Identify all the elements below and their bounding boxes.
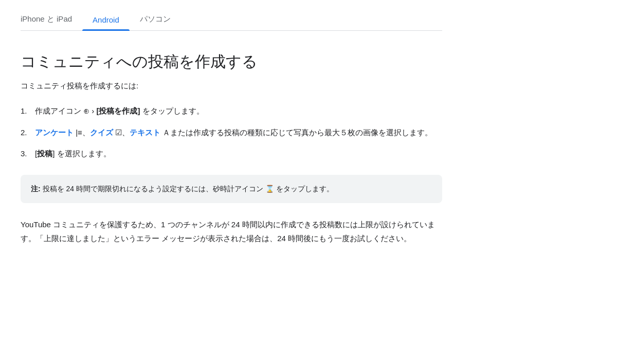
note-text: 投稿を 24 時間で期限切れになるよう設定するには、砂時計アイコン ⌛ をタップ…	[43, 185, 334, 193]
tab-bar: iPhone と iPad Android パソコン	[21, 0, 442, 31]
step-3: 3. [投稿] を選択します。	[21, 147, 442, 160]
step-3-bold: 投稿	[37, 149, 52, 158]
note-label: 注:	[31, 185, 41, 193]
step-3-text: [投稿] を選択します。	[35, 147, 442, 160]
page-container: iPhone と iPad Android パソコン コミュニティへの投稿を作成…	[0, 0, 463, 245]
step-2-text: アンケート |≡、クイズ ☑、テキスト Ａまたは作成する投稿の種類に応じて写真か…	[35, 126, 442, 139]
step-1-text: 作成アイコン ⊕ › [投稿を作成] をタップします。	[35, 104, 442, 118]
step-3-number: 3.	[21, 147, 35, 160]
step-1-number: 1.	[21, 104, 35, 118]
note-box: 注: 投稿を 24 時間で期限切れになるよう設定するには、砂時計アイコン ⌛ を…	[21, 175, 442, 204]
tab-pc[interactable]: パソコン	[130, 8, 181, 30]
subtitle-text: コミュニティ投稿を作成するには:	[21, 80, 442, 92]
step-2-number: 2.	[21, 126, 35, 139]
tab-iphone[interactable]: iPhone と iPad	[21, 8, 82, 30]
footer-text: YouTube コミュニティを保護するため、1 つのチャンネルが 24 時間以内…	[21, 217, 442, 245]
step-2-text-type: テキスト	[130, 128, 160, 137]
step-2-poll: アンケート	[35, 128, 74, 137]
step-2-quiz: クイズ	[90, 128, 113, 137]
step-2: 2. アンケート |≡、クイズ ☑、テキスト Ａまたは作成する投稿の種類に応じて…	[21, 126, 442, 139]
page-title: コミュニティへの投稿を作成する	[21, 51, 442, 71]
step-1-bold: [投稿を作成]	[97, 106, 140, 115]
tab-android[interactable]: Android	[82, 9, 130, 30]
steps-list: 1. 作成アイコン ⊕ › [投稿を作成] をタップします。 2. アンケート …	[21, 104, 442, 160]
step-1: 1. 作成アイコン ⊕ › [投稿を作成] をタップします。	[21, 104, 442, 118]
